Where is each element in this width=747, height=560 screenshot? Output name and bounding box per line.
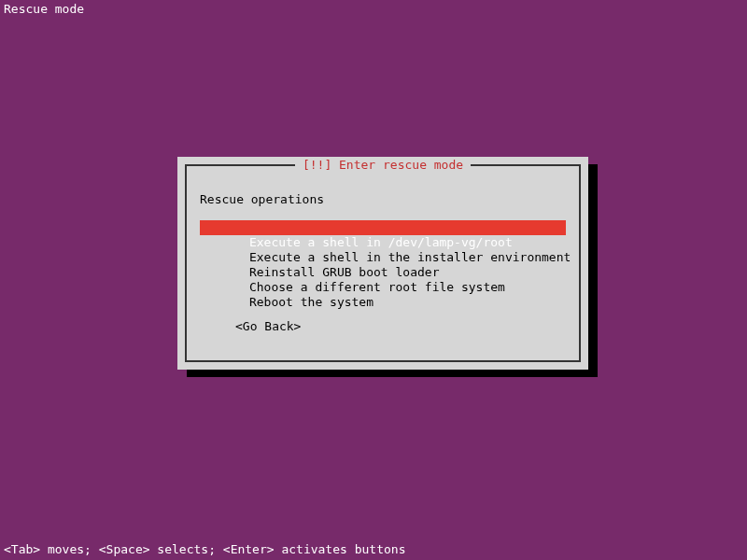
- dialog-subtitle: Rescue operations: [200, 192, 324, 206]
- go-back-button[interactable]: <Go Back>: [235, 319, 301, 333]
- menu-item-label: Choose a different root file system: [249, 280, 505, 294]
- footer-hint: <Tab> moves; <Space> selects; <Enter> ac…: [4, 542, 405, 556]
- menu-list: Execute a shell in /dev/lamp-vg/root Exe…: [200, 220, 566, 295]
- menu-item-label: Execute a shell in /dev/lamp-vg/root: [249, 235, 513, 249]
- menu-item-exec-shell-root[interactable]: Execute a shell in /dev/lamp-vg/root: [200, 220, 566, 235]
- menu-item-label: Execute a shell in the installer environ…: [249, 250, 571, 264]
- rescue-dialog: [!!] Enter rescue mode Rescue operations…: [177, 157, 588, 370]
- page-title: Rescue mode: [4, 2, 84, 16]
- dialog-title-wrap: [!!] Enter rescue mode: [177, 158, 588, 172]
- menu-item-label: Reinstall GRUB boot loader: [249, 265, 440, 279]
- dialog-title: [!!] Enter rescue mode: [295, 158, 471, 172]
- menu-item-label: Reboot the system: [249, 295, 374, 309]
